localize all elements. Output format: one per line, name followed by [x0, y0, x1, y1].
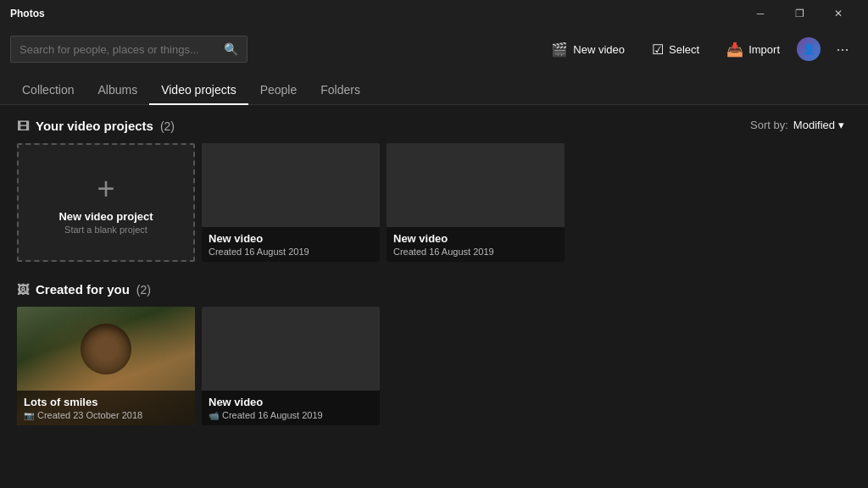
new-project-title: New video project: [58, 210, 153, 223]
video-card-info-1: New video Created 16 August 2019: [202, 227, 380, 262]
new-project-info: New video project Start a blank project: [58, 210, 153, 235]
sort-label: Sort by:: [750, 119, 788, 131]
search-icon[interactable]: 🔍: [224, 42, 238, 56]
avatar[interactable]: 👤: [797, 37, 821, 61]
video-projects-title: Your video projects: [36, 119, 153, 133]
search-input[interactable]: [19, 43, 224, 56]
new-video-label: New video: [573, 43, 625, 56]
lots-of-smiles-info: Lots of smiles 📷 Created 23 October 2018: [17, 391, 195, 425]
created-video-title: New video: [209, 396, 373, 408]
photo-icon: 📷: [24, 411, 34, 420]
import-button[interactable]: 📥 Import: [716, 36, 790, 63]
toolbar: 🔍 🎬 New video ☑ Select 📥 Import 👤 ···: [0, 27, 868, 71]
video-icon: 📹: [209, 411, 219, 420]
search-box: 🔍: [10, 36, 248, 63]
created-video-card[interactable]: New video 📹 Created 16 August 2019: [202, 307, 380, 425]
import-label: Import: [748, 43, 780, 56]
lots-of-smiles-card[interactable]: Lots of smiles 📷 Created 23 October 2018: [17, 307, 195, 425]
nav-item-people[interactable]: People: [248, 76, 309, 105]
video-card-2[interactable]: New video Created 16 August 2019: [387, 143, 565, 262]
video-projects-icon: 🎞: [17, 119, 29, 133]
sort-value[interactable]: Modified ▾: [793, 119, 844, 131]
nav: Collection Albums Video projects People …: [0, 71, 868, 105]
more-button[interactable]: ···: [827, 34, 858, 64]
nav-item-video-projects[interactable]: Video projects: [149, 76, 248, 105]
app-title: Photos: [10, 8, 45, 19]
created-for-you-title: Created for you: [36, 282, 130, 297]
video-subtitle-2: Created 16 August 2019: [393, 247, 558, 257]
video-card-1[interactable]: New video Created 16 August 2019: [202, 143, 380, 262]
new-video-button[interactable]: 🎬 New video: [541, 36, 635, 63]
video-projects-count: (2): [160, 119, 175, 133]
video-subtitle-1: Created 16 August 2019: [209, 247, 373, 257]
video-title-2: New video: [393, 232, 558, 245]
created-for-you-header: 🖼 Created for you (2): [17, 282, 851, 297]
created-for-you-icon: 🖼: [17, 283, 29, 297]
plus-icon: +: [97, 171, 114, 207]
chevron-down-icon: ▾: [838, 119, 844, 131]
nav-item-collection[interactable]: Collection: [10, 76, 86, 105]
new-video-icon: 🎬: [551, 42, 568, 58]
video-card-info-2: New video Created 16 August 2019: [387, 227, 565, 262]
created-video-date: 📹 Created 16 August 2019: [209, 410, 373, 420]
nav-item-folders[interactable]: Folders: [309, 76, 372, 105]
video-title-1: New video: [209, 232, 373, 245]
video-projects-header: 🎞 Your video projects (2): [17, 119, 851, 133]
select-label: Select: [669, 43, 699, 56]
import-icon: 📥: [726, 42, 743, 58]
new-video-project-card[interactable]: + New video project Start a blank projec…: [17, 143, 195, 262]
video-projects-grid: + New video project Start a blank projec…: [17, 143, 851, 262]
sort-bar: Sort by: Modified ▾: [750, 119, 844, 131]
restore-button[interactable]: ❐: [780, 0, 819, 27]
select-icon: ☑: [652, 42, 664, 58]
new-project-subtitle: Start a blank project: [58, 225, 153, 235]
close-button[interactable]: ✕: [819, 0, 858, 27]
nav-item-albums[interactable]: Albums: [86, 76, 149, 105]
lots-of-smiles-date: 📷 Created 23 October 2018: [24, 410, 188, 420]
select-button[interactable]: ☑ Select: [642, 36, 709, 63]
food-circle: [81, 324, 131, 374]
created-for-you-grid: Lots of smiles 📷 Created 23 October 2018…: [17, 307, 851, 425]
lots-of-smiles-title: Lots of smiles: [24, 396, 188, 408]
window-controls: ─ ❐ ✕: [741, 0, 858, 27]
created-for-you-count: (2): [136, 283, 151, 297]
created-video-info: New video 📹 Created 16 August 2019: [202, 391, 380, 425]
minimize-button[interactable]: ─: [741, 0, 780, 27]
main-content: Sort by: Modified ▾ 🎞 Your video project…: [0, 105, 868, 488]
titlebar: Photos ─ ❐ ✕: [0, 0, 868, 27]
